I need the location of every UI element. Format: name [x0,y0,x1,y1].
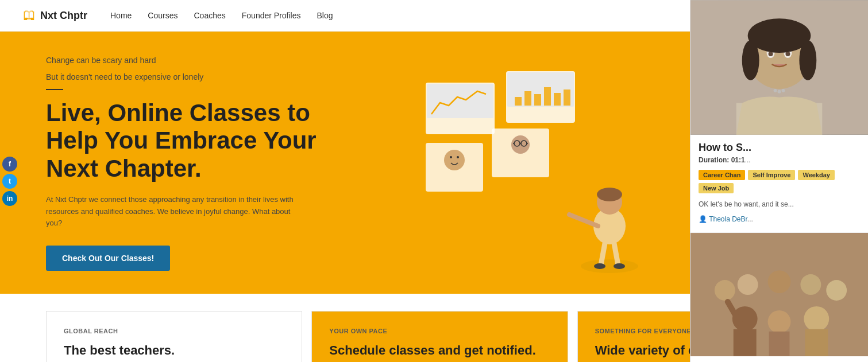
feature-tag-2: Your own pace [329,328,550,334]
feature-title-1: The best teachers. [64,342,284,359]
feature-card-2: Your own pace Schedule classes and get n… [311,311,568,362]
hero-subtext-1: Change can be scary and hard [46,55,368,67]
feature-tag-1: Global reach [64,328,284,334]
tag-career-chan: Career Chan [699,170,745,180]
sidebar-card-2-body: Connect... Duration: 01:3... Career Coac… [690,356,868,362]
logo-icon: 🕮 [23,8,36,23]
nav-founder-profiles[interactable]: Founder Profiles [242,11,301,20]
tag-new-job: New Job [699,183,734,193]
hero-divider [46,89,63,90]
hero-description: At Nxt Chptr we connect those approachin… [46,194,299,229]
feature-title-2: Schedule classes and get notified. [329,342,550,359]
hero-illustration [385,43,673,294]
svg-line-25 [569,215,598,226]
sidebar-card-2-image [690,233,868,356]
svg-rect-4 [515,97,522,106]
svg-point-13 [457,156,459,158]
cta-button[interactable]: Check Out Our Classes! [46,246,170,271]
sidebar-card-1-desc: OK let's be ho want, and it se... [699,199,860,209]
nav-blog[interactable]: Blog [317,11,333,20]
svg-point-12 [450,156,452,158]
hero-content: Change can be scary and hard But it does… [46,55,368,271]
nav-courses[interactable]: Courses [148,11,178,20]
svg-point-28 [594,263,605,269]
svg-rect-1 [427,84,493,118]
svg-point-11 [444,150,465,170]
svg-rect-5 [524,91,531,106]
svg-rect-6 [534,94,541,106]
tag-weekday: Weekday [798,170,835,180]
sidebar-panel: How to S... Duration: 01:1... Career Cha… [690,0,868,362]
sidebar-card-1-title: How to S... [699,142,860,154]
svg-point-21 [581,259,638,273]
svg-point-24 [597,188,622,201]
nav-links: Home Courses Coaches Founder Profiles Bl… [110,11,750,20]
svg-rect-8 [554,93,561,106]
twitter-icon[interactable]: t [2,174,17,189]
sidebar-card-1-duration: Duration: 01:1... [699,156,860,164]
sidebar-card-1-body: How to S... Duration: 01:1... Career Cha… [690,135,868,232]
sidebar-card-1-author: 👤 Theola DeBr... [699,215,860,223]
svg-rect-7 [544,87,551,106]
nav-coaches[interactable]: Coaches [194,11,226,20]
svg-rect-43 [690,0,868,134]
facebook-icon[interactable]: f [2,157,17,172]
hero-subtext-2: But it doesn't need to be expensive or l… [46,71,368,83]
sidebar-card-1: How to S... Duration: 01:1... Career Cha… [690,0,868,233]
svg-point-29 [614,263,625,269]
logo-text: Nxt Chptr [40,10,87,22]
feature-card-1: Global reach The best teachers. Learn Mo… [46,311,302,362]
sidebar-card-1-tags: Career Chan Self Improve Weekday New Job [699,170,860,193]
tag-self-improve-1: Self Improve [748,170,795,180]
hero-title: Live, Online Classes to Help You Embrace… [46,99,368,182]
linkedin-icon[interactable]: in [2,191,17,206]
svg-rect-57 [690,233,868,356]
social-sidebar: f t in [0,153,20,209]
sidebar-card-2: Connect... Duration: 01:3... Career Coac… [690,233,868,362]
sidebar-card-1-image [690,0,868,135]
nav-home[interactable]: Home [110,11,132,20]
logo[interactable]: 🕮 Nxt Chptr [23,8,87,23]
svg-rect-9 [564,89,570,106]
